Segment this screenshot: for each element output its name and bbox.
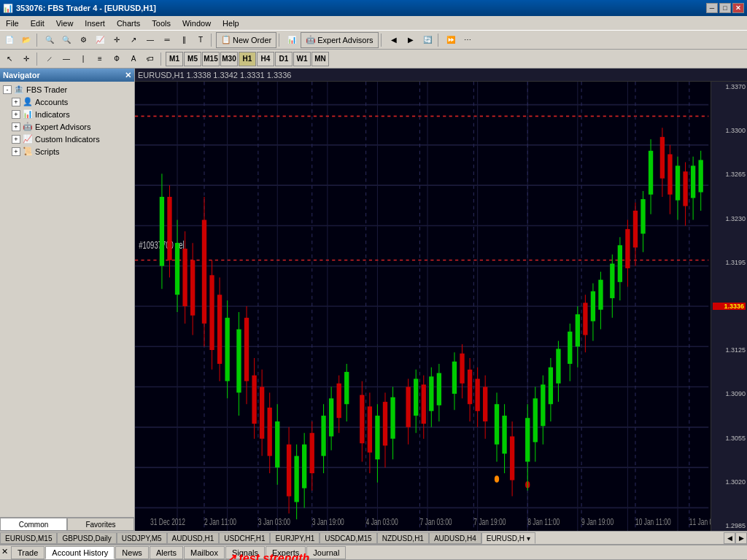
draw-channel-button[interactable]: ≡ bbox=[92, 51, 108, 67]
zoom-out-button[interactable]: 🔍 bbox=[58, 32, 74, 48]
term-tab-journal[interactable]: Journal bbox=[306, 546, 346, 559]
svg-rect-93 bbox=[406, 387, 410, 427]
term-tab-news[interactable]: News bbox=[115, 546, 149, 559]
navigator-close[interactable]: ✕ bbox=[125, 71, 131, 80]
tf-w1[interactable]: W1 bbox=[293, 52, 311, 66]
arrow-button[interactable]: ↗ bbox=[125, 32, 142, 48]
new-chart-button[interactable]: 📄 bbox=[1, 32, 18, 48]
text-button[interactable]: T bbox=[193, 32, 209, 48]
chart-header: EURUSD,H1 1.3338 1.3342 1.3331 1.3336 bbox=[135, 69, 747, 82]
tf-m5[interactable]: M5 bbox=[184, 52, 201, 66]
chart-tab-right[interactable]: ▶ bbox=[735, 532, 747, 544]
tf-d1[interactable]: D1 bbox=[275, 52, 293, 66]
term-tab-trade[interactable]: Trade bbox=[11, 546, 44, 559]
tf-h4[interactable]: H4 bbox=[257, 52, 274, 66]
nav-expand-ci[interactable]: + bbox=[12, 135, 20, 144]
menu-edit[interactable]: Edit bbox=[25, 18, 50, 29]
nav-expand-ea[interactable]: + bbox=[12, 122, 20, 131]
menu-help[interactable]: Help bbox=[217, 18, 245, 29]
crosshair2-button[interactable]: ✛ bbox=[18, 51, 34, 67]
chart-tab-gbpusd[interactable]: GBPUSD,Daily bbox=[57, 532, 116, 544]
minimize-button[interactable]: ─ bbox=[706, 3, 718, 13]
svg-rect-113 bbox=[495, 404, 499, 444]
svg-rect-111 bbox=[483, 387, 487, 421]
refresh-button[interactable]: 🔄 bbox=[419, 32, 436, 48]
chart-tab-nzdusd[interactable]: NZDUSD,H1 bbox=[377, 532, 429, 544]
hline-button[interactable]: ═ bbox=[159, 32, 175, 48]
svg-rect-37 bbox=[160, 197, 164, 266]
nav-expand-accounts[interactable]: + bbox=[12, 98, 20, 106]
nav-item-custom-indicators[interactable]: + 📈 Custom Indicators bbox=[1, 133, 133, 145]
chart-tab-audusd-h1[interactable]: AUDUSD,H1 bbox=[167, 532, 220, 544]
nav-item-fbstrader[interactable]: - 🏦 FBS Trader bbox=[1, 83, 133, 96]
svg-rect-75 bbox=[321, 416, 325, 456]
navigator-header: Navigator ✕ bbox=[0, 69, 134, 82]
menu-file[interactable]: File bbox=[0, 18, 25, 29]
svg-rect-105 bbox=[460, 354, 464, 384]
open-button[interactable]: 📂 bbox=[18, 32, 34, 48]
history-center-button[interactable]: 📊 bbox=[284, 32, 300, 48]
tf-m1[interactable]: M1 bbox=[166, 52, 183, 66]
nav-item-accounts[interactable]: + 👤 Accounts bbox=[1, 96, 133, 108]
draw-label-button[interactable]: 🏷 bbox=[142, 51, 158, 67]
chart-tab-eurjpy[interactable]: EURJPY,H1 bbox=[270, 532, 320, 544]
expert-advisors-button[interactable]: 🤖 Expert Advisors bbox=[301, 32, 378, 48]
menu-insert[interactable]: Insert bbox=[79, 18, 111, 29]
line-button[interactable]: — bbox=[142, 32, 158, 48]
properties-button[interactable]: ⚙ bbox=[75, 32, 91, 48]
nav-expand-fbstrader[interactable]: - bbox=[3, 85, 12, 94]
draw-text-button[interactable]: A bbox=[125, 51, 142, 67]
terminal-close-btn[interactable]: ✕ bbox=[1, 547, 8, 556]
chart-tab-usdchf[interactable]: USDCHF,H1 bbox=[219, 532, 270, 544]
forward-button[interactable]: ▶ bbox=[403, 32, 419, 48]
maximize-button[interactable]: □ bbox=[719, 3, 731, 13]
chart-tabs-bar: EURUSD,M15 GBPUSD,Daily USDJPY,M5 AUDUSD… bbox=[0, 531, 747, 544]
term-tab-account-history[interactable]: Account History bbox=[45, 546, 115, 559]
draw-fib-button[interactable]: Ф bbox=[109, 51, 125, 67]
more-button[interactable]: ⋯ bbox=[460, 32, 476, 48]
title-bar-controls: ─ □ ✕ bbox=[706, 3, 744, 13]
tf-m15[interactable]: M15 bbox=[202, 52, 220, 66]
term-tab-experts[interactable]: Experts bbox=[266, 546, 306, 559]
nav-tab-favorites[interactable]: Favorites bbox=[67, 518, 134, 531]
nav-tab-common[interactable]: Common bbox=[0, 518, 67, 531]
chart-tab-audusd-h4[interactable]: AUDUSD,H4 bbox=[429, 532, 481, 544]
chart-tab-usdcad[interactable]: USDCAD,M15 bbox=[320, 532, 376, 544]
tf-h1[interactable]: H1 bbox=[239, 52, 256, 66]
close-button[interactable]: ✕ bbox=[732, 3, 744, 13]
indicators-button[interactable]: 📈 bbox=[92, 32, 108, 48]
nav-expand-indicators[interactable]: + bbox=[12, 110, 20, 119]
nav-item-indicators[interactable]: + 📊 Indicators bbox=[1, 108, 133, 120]
term-tab-mailbox[interactable]: Mailbox bbox=[184, 546, 225, 559]
menu-window[interactable]: Window bbox=[177, 18, 217, 29]
svg-rect-157 bbox=[676, 166, 680, 200]
chart-canvas[interactable]: #10937700 sell bbox=[135, 82, 747, 531]
fbs-icon: 🏦 bbox=[14, 85, 24, 94]
draw-vline-button[interactable]: | bbox=[75, 51, 91, 67]
menu-tools[interactable]: Tools bbox=[146, 18, 177, 29]
zoom-in-button[interactable]: 🔍 bbox=[42, 32, 58, 48]
chart-tab-eurusd-m15[interactable]: EURUSD,M15 bbox=[0, 532, 57, 544]
tf-mn[interactable]: MN bbox=[311, 52, 329, 66]
vline-button[interactable]: ‖ bbox=[176, 32, 192, 48]
menu-view[interactable]: View bbox=[50, 18, 80, 29]
menu-charts[interactable]: Charts bbox=[111, 18, 146, 29]
auto-scroll-button[interactable]: ⏩ bbox=[443, 32, 459, 48]
back-button[interactable]: ◀ bbox=[386, 32, 402, 48]
tf-m30[interactable]: M30 bbox=[220, 52, 238, 66]
main-layout: Navigator ✕ - 🏦 FBS Trader + 👤 Accounts … bbox=[0, 69, 747, 531]
cursor-button[interactable]: ↖ bbox=[1, 51, 18, 67]
term-tab-alerts[interactable]: Alerts bbox=[150, 546, 183, 559]
crosshair-button[interactable]: ✛ bbox=[109, 32, 125, 48]
draw-line-button[interactable]: ⟋ bbox=[42, 51, 58, 67]
draw-hline-button[interactable]: — bbox=[58, 51, 74, 67]
nav-item-expert-advisors[interactable]: + 🤖 Expert Advisors bbox=[1, 120, 133, 133]
term-tab-signals[interactable]: Signals bbox=[225, 546, 265, 559]
nav-item-scripts[interactable]: + 📜 Scripts bbox=[1, 145, 133, 158]
nav-expand-scripts[interactable]: + bbox=[12, 147, 20, 156]
svg-point-118 bbox=[495, 475, 499, 482]
chart-tab-eurusd-h1[interactable]: EURUSD,H ▾ bbox=[481, 532, 535, 544]
new-order-button[interactable]: 📋 New Order bbox=[216, 32, 276, 48]
chart-tab-usdjpy[interactable]: USDJPY,M5 bbox=[117, 532, 167, 544]
chart-tab-left[interactable]: ◀ bbox=[724, 532, 735, 544]
